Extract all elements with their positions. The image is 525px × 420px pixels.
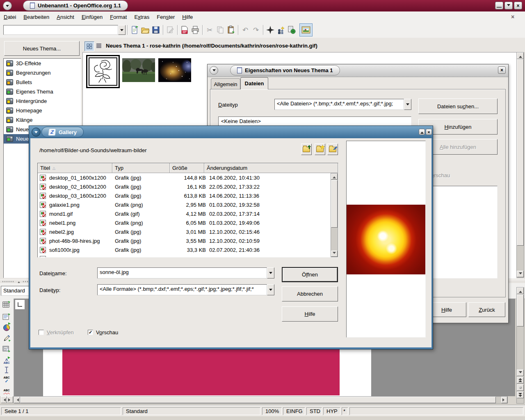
open-button[interactable]: Öffnen [282, 267, 338, 282]
scroll-right-icon[interactable] [501, 397, 507, 403]
hyperlink-icon[interactable] [286, 25, 297, 35]
grid-view-icon[interactable] [84, 41, 94, 51]
draw-functions-icon[interactable] [1, 333, 12, 344]
theme-item[interactable]: Homepage [4, 106, 81, 115]
list-view-icon[interactable] [94, 41, 103, 50]
file-name-value[interactable]: sonne-öl.jpg [97, 267, 267, 278]
copy-icon[interactable] [215, 25, 226, 35]
checkbox-checked-icon[interactable]: ✓ [88, 330, 93, 335]
menu-einfuegen[interactable]: Einfügen [78, 12, 106, 22]
open-icon[interactable] [140, 25, 151, 35]
menu-bearbeiten[interactable]: Bearbeiten [20, 12, 53, 22]
search-files-button[interactable]: Dateien suchen... [418, 98, 498, 114]
link-checkbox-row[interactable]: Verknüpfen [39, 329, 74, 336]
scroll-down-icon[interactable] [517, 271, 524, 277]
redo-icon[interactable]: ↷ [251, 25, 261, 35]
theme-item[interactable]: Klänge [4, 115, 81, 125]
close-dialog-button[interactable]: × [498, 66, 506, 74]
default-directory-button[interactable] [327, 144, 338, 155]
undo-icon[interactable]: ↶ [240, 25, 251, 35]
status-hyperlink-mode[interactable]: HYP [323, 407, 340, 415]
preview-checkbox-row[interactable]: ✓ Vorschau [88, 329, 118, 336]
scrollbar-thumb[interactable] [20, 397, 496, 403]
up-one-level-button[interactable] [301, 144, 312, 155]
rollup-icon[interactable] [419, 129, 425, 135]
close-button[interactable]: × [514, 2, 522, 9]
url-dropdown-button[interactable] [118, 25, 126, 35]
table-row[interactable]: desktop_01_1600x1200Grafik (jpg)144,8 KB… [38, 173, 331, 182]
scrollbar-thumb[interactable] [517, 59, 524, 246]
table-row[interactable]: nebel1.pngGrafik (png)6,05 MB01.03.2002,… [38, 218, 331, 227]
tab-allgemein[interactable]: Allgemein [211, 78, 240, 89]
checkbox-icon[interactable] [39, 330, 44, 335]
scroll-down-icon[interactable] [517, 370, 524, 376]
status-page-style[interactable]: Standard [123, 407, 260, 415]
table-row-partial[interactable] [38, 254, 331, 257]
window-titlebar[interactable]: Unbenannt1 - OpenOffice.org 1.1 — × [0, 0, 525, 11]
new-folder-button[interactable] [315, 144, 325, 155]
maximize-button[interactable] [504, 2, 513, 9]
tab-dateien[interactable]: Dateien [240, 77, 268, 89]
back-button[interactable]: Zurück [468, 302, 505, 317]
document-vertical-scrollbar[interactable] [516, 287, 524, 404]
properties-dialog-titlebar[interactable]: Eigenschaften von Neues Thema 1 × [208, 64, 508, 77]
ruler-corner[interactable] [15, 299, 25, 310]
file-dialog-titlebar[interactable]: Z Gallery × [29, 126, 433, 138]
theme-item[interactable]: Begrenzungen [4, 68, 81, 78]
cut-icon[interactable]: ✂ [204, 25, 215, 35]
file-table-scrollbar[interactable] [331, 173, 338, 257]
scroll-down-icon[interactable] [331, 251, 338, 257]
navigation-icon[interactable] [517, 384, 524, 391]
print-icon[interactable] [190, 25, 201, 35]
next-page-icon[interactable] [517, 392, 524, 398]
scroll-up-icon[interactable] [517, 288, 524, 294]
status-insert-mode[interactable]: EINFG [283, 407, 305, 415]
menu-datei[interactable]: Datei [0, 12, 20, 22]
theme-item[interactable]: Eigenes Thema [4, 87, 81, 96]
menu-hilfe[interactable]: Hilfe [178, 12, 196, 22]
form-functions-icon[interactable] [1, 344, 12, 354]
paste-icon[interactable] [226, 25, 236, 35]
minimize-button[interactable]: — [495, 2, 503, 9]
thumbnail-rose-selected[interactable] [86, 55, 120, 88]
column-header-groesse[interactable]: Größe [170, 163, 204, 173]
table-row[interactable]: galaxie1.pngGrafik (png)2,95 MB01.03.200… [38, 200, 331, 209]
close-dialog-button[interactable]: × [426, 129, 432, 135]
thumbnail-nebula[interactable] [158, 58, 191, 83]
table-row[interactable]: sofi1000r.jpgGrafik (jpg)33,3 KB02.07.20… [38, 245, 331, 254]
window-menu-button[interactable] [3, 1, 12, 10]
insert-object-chart-icon[interactable] [1, 322, 12, 333]
horizontal-scrollbar[interactable] [14, 396, 508, 404]
scroll-up-icon[interactable] [331, 173, 338, 180]
status-zoom[interactable]: 100% [262, 407, 282, 415]
status-page[interactable]: Seite 1 / 1 [1, 407, 121, 415]
export-pdf-icon[interactable] [179, 25, 190, 35]
column-header-datum[interactable]: Änderungsdatum [204, 163, 338, 173]
menu-extras[interactable]: Extras [130, 12, 153, 22]
menu-format[interactable]: Format [106, 12, 130, 22]
menu-ansicht[interactable]: Ansicht [53, 12, 78, 22]
scrollbar-thumb[interactable] [517, 294, 524, 326]
previous-page-icon[interactable] [517, 377, 524, 383]
table-row[interactable]: nebel2.jpgGrafik (jpg)3,01 MB12.10.2002,… [38, 227, 331, 236]
stylist-icon[interactable] [276, 25, 286, 35]
navigator-icon[interactable] [265, 25, 276, 35]
cancel-button[interactable]: Abbrechen [282, 286, 338, 301]
scroll-left-icon[interactable] [14, 397, 20, 403]
scrollbar-thumb[interactable] [331, 180, 338, 228]
status-selection-mode[interactable]: STD [306, 407, 322, 415]
toolbar-scroll-left-icon[interactable] [1, 396, 7, 403]
file-type-value[interactable]: <Alle Dateien> (*.bmp;*.dxf;*.emf;*.eps;… [274, 99, 404, 110]
insert-table-icon[interactable] [1, 299, 12, 310]
theme-item[interactable]: Bullets [4, 78, 81, 87]
file-type-value[interactable]: <Alle Formate> (*.bmp;*.dxf;*.emf;*.eps;… [97, 284, 267, 295]
dropdown-icon[interactable] [267, 284, 274, 295]
theme-item[interactable]: Hintergründe [4, 96, 81, 106]
table-row[interactable]: desktop_03_1600x1200Grafik (jpg)613,8 KB… [38, 191, 331, 200]
theme-item[interactable]: 3D-Effekte [4, 59, 81, 68]
thumbnail-scrollbar[interactable] [516, 52, 524, 278]
gallery-icon[interactable] [299, 23, 313, 37]
insert-frame-icon[interactable] [1, 312, 12, 322]
edit-file-icon[interactable] [165, 25, 176, 35]
dropdown-icon[interactable] [404, 99, 411, 110]
